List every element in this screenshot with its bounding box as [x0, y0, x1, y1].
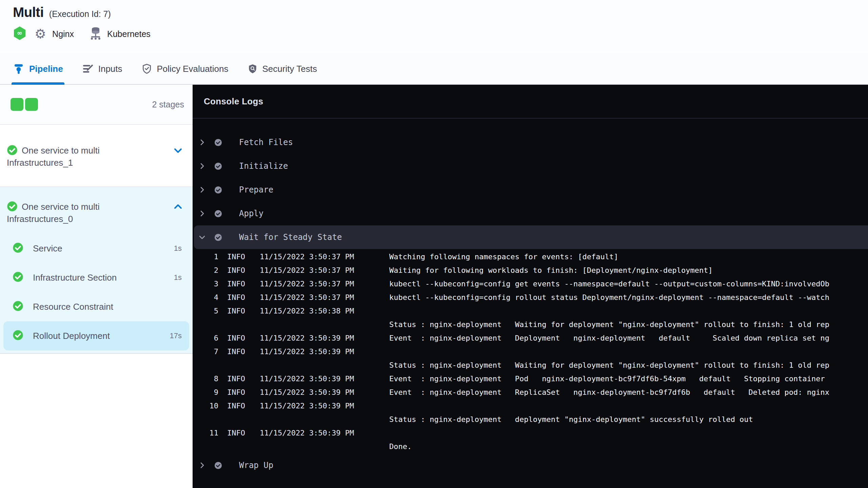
- log-level: [218, 413, 260, 426]
- step-success-icon: [13, 301, 33, 313]
- step-success-icon: [214, 186, 222, 194]
- stage-title-row[interactable]: One service to multi Infrastructures_0: [0, 201, 193, 225]
- service-name-label: Nginx: [52, 29, 74, 39]
- harness-cd-icon: ∞: [13, 26, 26, 42]
- log-level: INFO: [218, 426, 260, 440]
- log-message: [389, 345, 868, 359]
- console-step-prepare[interactable]: Prepare: [193, 178, 868, 202]
- log-timestamp: 11/15/2022 3:50:37 PM: [260, 264, 389, 277]
- stage-block: One service to multi Infrastructures_0Se…: [0, 187, 193, 354]
- console-step-apply[interactable]: Apply: [193, 202, 868, 225]
- stage-square-success[interactable]: [11, 98, 23, 111]
- sidebar-step-infrastructure-section[interactable]: Infrastructure Section1s: [0, 263, 193, 292]
- stage-graph-squares[interactable]: [11, 98, 152, 111]
- log-message: Watching following namespaces for events…: [389, 250, 868, 264]
- log-message: kubectl --kubeconfig=config rollout stat…: [389, 291, 868, 304]
- tab-pipeline[interactable]: Pipeline: [12, 54, 64, 84]
- log-line-number: 8: [193, 372, 218, 386]
- console-panel: Console Logs Fetch FilesInitializePrepar…: [193, 85, 868, 488]
- chevron-down-icon[interactable]: [198, 233, 206, 241]
- tab-label: Security Tests: [262, 64, 317, 74]
- console-logs-title: Console Logs: [204, 96, 263, 107]
- log-line-number: [193, 318, 218, 331]
- log-level: INFO: [218, 264, 260, 277]
- log-line: 5INFO11/15/2022 3:50:38 PM: [193, 304, 868, 318]
- chevron-right-icon[interactable]: [198, 162, 206, 170]
- security-shield-search-icon: [248, 63, 258, 75]
- log-line-number: 11: [193, 426, 218, 440]
- log-message: [389, 399, 868, 413]
- stage-title-row[interactable]: One service to multi Infrastructures_1: [7, 144, 186, 169]
- console-step-fetch-files[interactable]: Fetch Files: [193, 130, 868, 154]
- log-timestamp: 11/15/2022 3:50:37 PM: [260, 277, 389, 291]
- log-message: Done.: [389, 440, 868, 453]
- log-level: INFO: [218, 250, 260, 264]
- step-success-icon: [214, 462, 222, 469]
- log-timestamp: [260, 413, 389, 426]
- step-duration: 1s: [174, 244, 182, 253]
- log-line: 4INFO11/15/2022 3:50:37 PMkubectl --kube…: [193, 291, 868, 304]
- log-message: [389, 304, 868, 318]
- step-success-icon: [214, 162, 222, 170]
- console-step-label: Wait for Steady State: [239, 232, 342, 242]
- tab-inputs[interactable]: Inputs: [81, 54, 124, 84]
- log-line: 11INFO11/15/2022 3:50:39 PM: [193, 426, 868, 440]
- chevron-right-icon[interactable]: [198, 186, 206, 194]
- stage-success-icon: [7, 202, 22, 212]
- chevron-right-icon[interactable]: [198, 209, 206, 218]
- svg-text:∞: ∞: [17, 29, 22, 37]
- log-line: 6INFO11/15/2022 3:50:39 PMEvent : nginx-…: [193, 331, 868, 345]
- step-success-icon: [214, 233, 222, 241]
- log-level: [218, 359, 260, 372]
- sidebar-step-rollout-deployment[interactable]: Rollout Deployment17s: [3, 321, 189, 350]
- log-timestamp: 11/15/2022 3:50:39 PM: [260, 372, 389, 386]
- step-success-icon: [214, 210, 222, 218]
- log-level: [218, 318, 260, 331]
- page-title: Multi: [13, 5, 44, 20]
- log-line-number: 2: [193, 264, 218, 277]
- log-line-number: 5: [193, 304, 218, 318]
- log-message: Status : nginx-deployment Waiting for de…: [389, 359, 868, 372]
- log-timestamp: 11/15/2022 3:50:39 PM: [260, 399, 389, 413]
- log-message: Status : nginx-deployment Waiting for de…: [389, 318, 868, 331]
- console-body: Fetch FilesInitializePrepareApplyWait fo…: [193, 119, 868, 477]
- log-message: [389, 426, 868, 440]
- console-step-label: Fetch Files: [239, 138, 293, 147]
- log-line-number: 7: [193, 345, 218, 359]
- inputs-icon: [82, 63, 94, 75]
- log-line-number: 4: [193, 291, 218, 304]
- step-label: Service: [33, 243, 174, 254]
- log-level: INFO: [218, 372, 260, 386]
- sidebar-step-resource-constraint[interactable]: Resource Constraint: [0, 292, 193, 321]
- log-line-number: [193, 413, 218, 426]
- log-line: Status : nginx-deployment deployment "ng…: [193, 413, 868, 426]
- step-label: Resource Constraint: [33, 302, 182, 312]
- collapse-stage-chevron-icon[interactable]: [174, 203, 182, 211]
- log-timestamp: [260, 318, 389, 331]
- tab-label: Policy Evaluations: [157, 64, 229, 74]
- kubernetes-infrastructure-icon: [90, 26, 102, 41]
- log-line-number: [193, 359, 218, 372]
- tab-policy-evaluations[interactable]: Policy Evaluations: [140, 54, 230, 84]
- log-message: Event : nginx-deployment Pod nginx-deplo…: [389, 372, 868, 386]
- sidebar-step-service[interactable]: Service1s: [0, 234, 193, 263]
- log-line-number: 3: [193, 277, 218, 291]
- chevron-right-icon[interactable]: [198, 461, 206, 469]
- stage-success-icon: [7, 145, 22, 156]
- step-label: Infrastructure Section: [33, 272, 174, 283]
- chevron-right-icon[interactable]: [198, 138, 206, 146]
- log-level: INFO: [218, 304, 260, 318]
- log-line: 1INFO11/15/2022 3:50:37 PMWatching follo…: [193, 250, 868, 264]
- stage-count-label: 2 stages: [152, 100, 184, 109]
- expand-stage-chevron-icon[interactable]: [174, 147, 182, 155]
- log-line: 2INFO11/15/2022 3:50:37 PMWaiting for fo…: [193, 264, 868, 277]
- console-step-initialize[interactable]: Initialize: [193, 154, 868, 178]
- log-message: Event : nginx-deployment ReplicaSet ngin…: [389, 386, 868, 399]
- console-step-wrap-up[interactable]: Wrap Up: [193, 453, 868, 477]
- log-level: INFO: [218, 331, 260, 345]
- stage-square-success[interactable]: [25, 98, 38, 111]
- tab-security-tests[interactable]: Security Tests: [246, 54, 318, 84]
- console-step-wait-for-steady-state[interactable]: Wait for Steady State: [194, 225, 868, 249]
- log-lines: 1INFO11/15/2022 3:50:37 PMWatching follo…: [193, 250, 868, 453]
- step-success-icon: [13, 330, 33, 342]
